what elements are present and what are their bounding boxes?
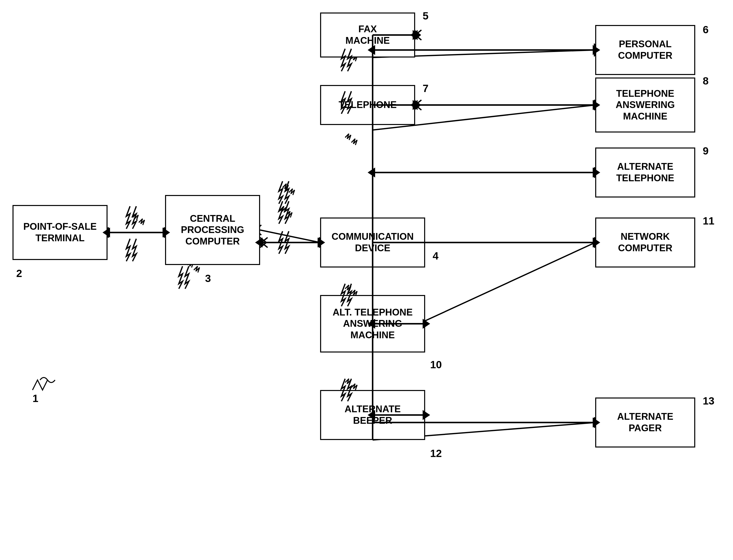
tel-answering-box: TELEPHONE ANSWERING MACHINE: [595, 77, 695, 133]
personal-computer-label: PERSONAL COMPUTER: [618, 39, 672, 61]
ref-13: 13: [703, 395, 715, 407]
ref-10: 10: [430, 359, 442, 371]
alternate-pager-box: ALTERNATE PAGER: [595, 397, 695, 447]
ref-6: 6: [703, 24, 709, 36]
ref-5: 5: [423, 10, 429, 22]
comm-device-label: COMMUNICATION DEVICE: [331, 231, 414, 254]
lightning-central-comm-lower: [275, 230, 295, 255]
fax-machine-label: FAX MACHINE: [345, 23, 390, 46]
ref-9: 9: [703, 145, 709, 157]
ref-3: 3: [205, 273, 211, 285]
lightning-fax: [337, 47, 357, 73]
ref-2: 2: [16, 267, 22, 279]
alt-telephone-label: ALTERNATE TELEPHONE: [616, 161, 674, 184]
lightning-central-lower: [175, 265, 195, 290]
ref-7: 7: [423, 83, 429, 95]
alt-tel-answering-box: ALT. TELEPHONE ANSWERING MACHINE: [320, 295, 425, 353]
ref-1-line: [30, 377, 60, 393]
tel-answering-label: TELEPHONE ANSWERING MACHINE: [616, 88, 675, 122]
central-computer-box: CENTRAL PROCESSING COMPUTER: [165, 195, 260, 265]
fax-machine-box: FAX MACHINE: [320, 13, 415, 57]
network-computer-box: NETWORK COMPUTER: [595, 217, 695, 267]
svg-marker-39: [368, 167, 375, 177]
network-computer-label: NETWORK COMPUTER: [618, 231, 672, 254]
lightning-pos-central-upper: [122, 205, 142, 230]
lightning-comm-upper: [275, 180, 295, 205]
lightning-alt-tel-answering: [337, 283, 357, 307]
comm-device-box: COMMUNICATION DEVICE: [320, 217, 425, 267]
pos-terminal-label: POINT-OF-SALE TERMINAL: [23, 221, 96, 244]
alternate-pager-label: ALTERNATE PAGER: [617, 411, 673, 434]
ref-11: 11: [703, 215, 715, 227]
alternate-beeper-label: ALTERNATE BEEPER: [344, 403, 401, 426]
lightning-alt-beeper: [337, 377, 357, 403]
personal-computer-box: PERSONAL COMPUTER: [595, 25, 695, 75]
alt-telephone-box: ALTERNATE TELEPHONE: [595, 147, 695, 197]
diagram: POINT-OF-SALE TERMINAL CENTRAL PROCESSIN…: [0, 0, 733, 560]
central-computer-label: CENTRAL PROCESSING COMPUTER: [181, 213, 244, 247]
alternate-beeper-box: ALTERNATE BEEPER: [320, 390, 425, 440]
alt-tel-answering-label: ALT. TELEPHONE ANSWERING MACHINE: [332, 307, 413, 341]
pos-terminal-box: POINT-OF-SALE TERMINAL: [12, 205, 107, 260]
telephone-box: TELEPHONE: [320, 85, 415, 125]
ref-4: 4: [433, 250, 439, 262]
ref-12: 12: [430, 447, 442, 459]
lightning-telephone: [337, 90, 357, 115]
ref-1: 1: [32, 393, 38, 405]
ref-8: 8: [703, 75, 709, 87]
lightning-pos-central-lower: [122, 237, 142, 263]
